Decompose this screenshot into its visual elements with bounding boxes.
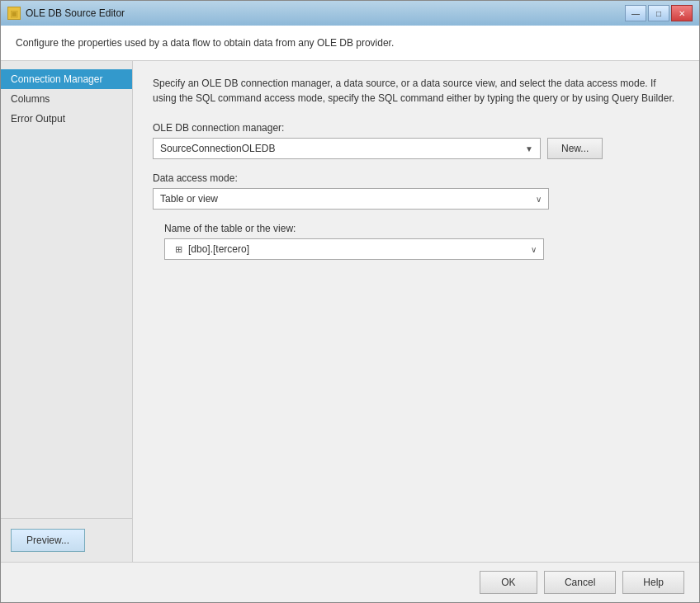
connection-dropdown[interactable]: SourceConnectionOLEDB ▼ [153, 138, 541, 159]
connection-label: OLE DB connection manager: [153, 122, 679, 134]
help-button[interactable]: Help [622, 571, 684, 594]
button-bar: OK Cancel Help [1, 562, 699, 602]
access-mode-value: Table or view [160, 193, 536, 205]
minimize-button[interactable]: — [625, 5, 646, 21]
ok-button[interactable]: OK [480, 571, 537, 594]
sidebar-item-columns[interactable]: Columns [1, 89, 132, 109]
close-button[interactable]: ✕ [671, 5, 693, 21]
title-bar-left: ▣ OLE DB Source Editor [7, 7, 125, 20]
connection-row: SourceConnectionOLEDB ▼ New... [153, 138, 679, 159]
section-description: Specify an OLE DB connection manager, a … [153, 76, 679, 106]
description-area: Configure the properties used by a data … [1, 26, 699, 61]
left-panel-items: Connection Manager Columns Error Output [1, 61, 132, 518]
table-group: Name of the table or the view: ⊞ [dbo].[… [153, 223, 679, 260]
table-label: Name of the table or the view: [164, 223, 679, 234]
access-mode-dropdown[interactable]: Table or view ∨ [153, 188, 549, 210]
description-text: Configure the properties used by a data … [16, 37, 394, 49]
cancel-button[interactable]: Cancel [544, 571, 616, 594]
table-value-container: ⊞ [dbo].[tercero] [172, 243, 531, 256]
connection-manager-group: OLE DB connection manager: SourceConnect… [153, 122, 679, 159]
main-area: Connection Manager Columns Error Output … [1, 61, 699, 562]
connection-dropdown-arrow: ▼ [525, 144, 533, 153]
table-dropdown-arrow: ∨ [531, 245, 537, 254]
sidebar-item-error-output[interactable]: Error Output [1, 109, 132, 129]
title-bar: ▣ OLE DB Source Editor — □ ✕ [1, 1, 699, 26]
access-mode-arrow: ∨ [536, 195, 542, 204]
maximize-button[interactable]: □ [648, 5, 669, 21]
table-dropdown[interactable]: ⊞ [dbo].[tercero] ∨ [164, 238, 544, 260]
title-buttons: — □ ✕ [625, 5, 693, 21]
connection-value: SourceConnectionOLEDB [160, 143, 525, 154]
access-mode-label: Data access mode: [153, 172, 679, 184]
table-icon: ⊞ [172, 243, 185, 256]
window-title: OLE DB Source Editor [26, 7, 125, 19]
window: ▣ OLE DB Source Editor — □ ✕ Configure t… [0, 0, 700, 603]
left-panel: Connection Manager Columns Error Output … [1, 61, 133, 562]
new-button[interactable]: New... [547, 138, 603, 159]
app-icon: ▣ [7, 7, 21, 20]
sidebar-item-connection-manager[interactable]: Connection Manager [1, 69, 132, 89]
left-panel-preview: Preview... [1, 518, 132, 562]
access-mode-group: Data access mode: Table or view ∨ [153, 172, 679, 210]
preview-button[interactable]: Preview... [11, 529, 85, 552]
table-value: [dbo].[tercero] [188, 243, 249, 255]
content-panel: Specify an OLE DB connection manager, a … [133, 61, 699, 562]
